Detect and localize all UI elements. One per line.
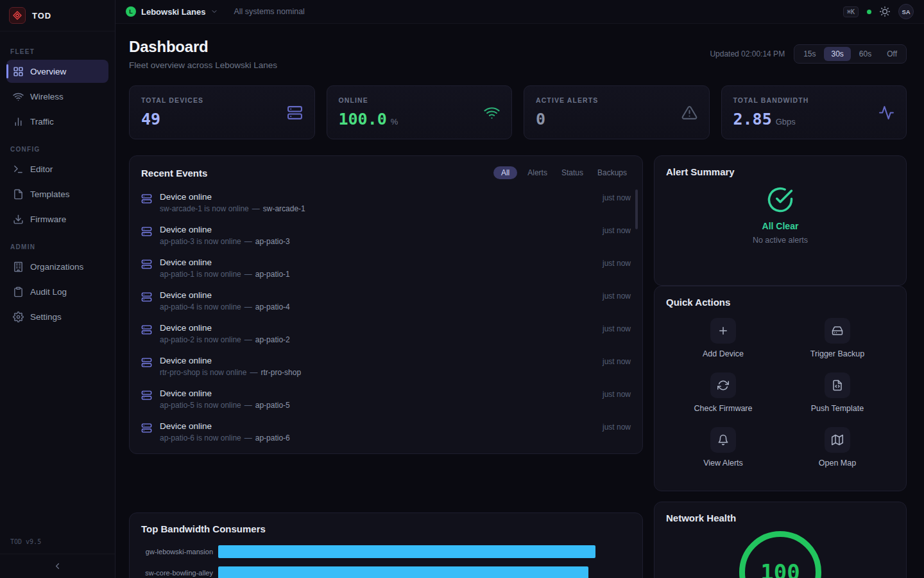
bandwidth-bar bbox=[218, 545, 595, 558]
sidebar-item-firmware[interactable]: Firmware bbox=[6, 207, 108, 231]
event-detail: rtr-pro-shop is now online—rtr-pro-shop bbox=[160, 368, 595, 377]
event-detail: ap-patio-5 is now online—ap-patio-5 bbox=[160, 401, 595, 410]
stat-card-online: ONLINE100.0% bbox=[327, 85, 513, 139]
event-row[interactable]: Device onlineap-patio-2 is now online—ap… bbox=[141, 317, 631, 350]
page-content: Dashboard Fleet overview across Lebowski… bbox=[116, 24, 924, 578]
app-logo: TOD bbox=[0, 0, 115, 31]
server-icon bbox=[141, 259, 152, 270]
quick-action-label: Check Firmware bbox=[694, 404, 753, 413]
event-filter-backups[interactable]: Backups bbox=[594, 166, 631, 179]
right-column: Alert Summary All Clear No active alerts… bbox=[654, 155, 907, 578]
sidebar-item-editor[interactable]: Editor bbox=[6, 157, 108, 180]
event-row[interactable]: Device onlineap-patio-3 is now online—ap… bbox=[141, 219, 631, 252]
event-filters: AllAlertsStatusBackups bbox=[493, 166, 631, 179]
refresh-option-60s[interactable]: 60s bbox=[852, 47, 878, 61]
refresh-option-30s[interactable]: 30s bbox=[824, 47, 850, 61]
refresh-interval-control: 15s30s60sOff bbox=[794, 44, 907, 64]
bandwidth-row: sw-core-bowling-alley bbox=[141, 566, 631, 578]
recent-events-title: Recent Events bbox=[141, 168, 207, 179]
event-row[interactable]: Device onlineap-patio-4 is now online—ap… bbox=[141, 285, 631, 317]
refresh-option-15s[interactable]: 15s bbox=[796, 47, 823, 61]
alert-detail-text: No active alerts bbox=[753, 236, 808, 245]
quick-action-trigger-backup[interactable]: Trigger Backup bbox=[780, 314, 894, 362]
command-shortcut-badge[interactable]: ⌘K bbox=[843, 6, 859, 17]
sidebar-item-label: Templates bbox=[30, 189, 70, 199]
event-row[interactable]: Device onlineap-patio-1 is now online—ap… bbox=[141, 252, 631, 285]
app-logo-icon bbox=[9, 7, 26, 24]
event-title: Device online bbox=[160, 356, 595, 365]
event-device-name: rtr-pro-shop bbox=[261, 368, 301, 377]
event-title: Device online bbox=[160, 421, 595, 431]
event-time: just now bbox=[603, 258, 631, 268]
bandwidth-bar bbox=[218, 566, 588, 578]
quick-actions-panel: Quick Actions Add DeviceTrigger BackupCh… bbox=[654, 286, 907, 491]
page-subtitle: Fleet overview across Lebowski Lanes bbox=[129, 60, 277, 70]
sidebar-item-audit-log[interactable]: Audit Log bbox=[6, 280, 108, 303]
quick-action-label: Trigger Backup bbox=[810, 349, 864, 358]
user-avatar[interactable]: SA bbox=[898, 4, 914, 19]
event-filter-all[interactable]: All bbox=[493, 166, 517, 179]
org-name: Lebowski Lanes bbox=[141, 7, 205, 17]
file-code-icon bbox=[832, 380, 843, 391]
theme-toggle-button[interactable] bbox=[880, 6, 890, 17]
recent-events-panel: Recent Events AllAlertsStatusBackups Dev… bbox=[129, 155, 643, 454]
event-detail: sw-arcade-1 is now online—sw-arcade-1 bbox=[160, 204, 595, 213]
bandwidth-device-label: gw-lebowski-mansion bbox=[141, 548, 213, 556]
scrollbar-thumb[interactable] bbox=[635, 189, 638, 229]
event-filter-status[interactable]: Status bbox=[558, 166, 587, 179]
quick-action-view-alerts[interactable]: View Alerts bbox=[666, 423, 780, 471]
quick-action-check-firmware[interactable]: Check Firmware bbox=[666, 369, 780, 417]
left-column: Recent Events AllAlertsStatusBackups Dev… bbox=[129, 155, 643, 578]
event-detail: ap-patio-1 is now online—ap-patio-1 bbox=[160, 270, 595, 279]
event-row[interactable]: Device onlinertr-pro-shop is now online—… bbox=[141, 350, 631, 383]
quick-action-icon-box bbox=[825, 427, 850, 453]
event-time: just now bbox=[603, 389, 631, 399]
event-device-name: ap-patio-6 bbox=[255, 434, 290, 442]
event-time: just now bbox=[603, 225, 631, 235]
server-icon bbox=[141, 292, 152, 302]
app-version: TOD v9.5 bbox=[0, 538, 115, 554]
event-filter-alerts[interactable]: Alerts bbox=[524, 166, 551, 179]
stat-unit: Gbps bbox=[776, 117, 796, 127]
event-time: just now bbox=[603, 323, 631, 333]
sidebar-item-overview[interactable]: Overview bbox=[6, 60, 108, 83]
stat-unit: % bbox=[391, 117, 398, 127]
sidebar-item-organizations[interactable]: Organizations bbox=[6, 255, 108, 278]
live-status-dot bbox=[867, 10, 871, 14]
sidebar-item-wireless[interactable]: Wireless bbox=[6, 85, 108, 108]
hard-drive-icon bbox=[832, 325, 843, 337]
network-health-title: Network Health bbox=[666, 512, 894, 523]
nav-section-admin: ADMIN bbox=[10, 243, 105, 250]
server-icon bbox=[141, 423, 152, 434]
event-row[interactable]: Device onlineap-patio-6 is now online—ap… bbox=[141, 416, 631, 448]
stat-card-active-alerts: ACTIVE ALERTS0 bbox=[524, 85, 710, 139]
clipboard-icon bbox=[13, 286, 24, 297]
event-row[interactable]: Device onlinesw-arcade-1 is now online—s… bbox=[141, 186, 631, 219]
event-row[interactable]: Device onlineap-patio-5 is now online—ap… bbox=[141, 383, 631, 416]
quick-actions-title: Quick Actions bbox=[666, 297, 894, 308]
building-icon bbox=[13, 261, 24, 272]
sidebar-item-traffic[interactable]: Traffic bbox=[6, 110, 108, 133]
server-icon bbox=[141, 193, 152, 204]
sidebar-collapse-button[interactable] bbox=[0, 554, 115, 578]
bandwidth-device-label: sw-core-bowling-alley bbox=[141, 569, 213, 577]
event-title: Device online bbox=[160, 323, 595, 333]
bandwidth-title: Top Bandwidth Consumers bbox=[141, 523, 631, 534]
org-switcher[interactable]: L Lebowski Lanes bbox=[126, 6, 218, 17]
server-icon bbox=[141, 226, 152, 237]
sidebar-item-templates[interactable]: Templates bbox=[6, 182, 108, 206]
quick-action-push-template[interactable]: Push Template bbox=[780, 369, 894, 417]
event-row[interactable]: Device onlinejust now bbox=[141, 448, 631, 454]
quick-action-icon-box bbox=[710, 427, 736, 453]
quick-action-label: Open Map bbox=[819, 459, 856, 468]
quick-action-add-device[interactable]: Add Device bbox=[666, 314, 780, 362]
event-title: Device online bbox=[160, 290, 595, 300]
page-header: Dashboard Fleet overview across Lebowski… bbox=[129, 38, 907, 70]
alert-triangle-icon bbox=[681, 105, 697, 121]
quick-action-icon-box bbox=[710, 318, 736, 344]
event-title: Device online bbox=[160, 389, 595, 398]
refresh-option-off[interactable]: Off bbox=[880, 47, 904, 61]
quick-action-open-map[interactable]: Open Map bbox=[780, 423, 894, 471]
chevron-left-icon bbox=[53, 561, 62, 571]
sidebar-item-settings[interactable]: Settings bbox=[6, 305, 108, 328]
